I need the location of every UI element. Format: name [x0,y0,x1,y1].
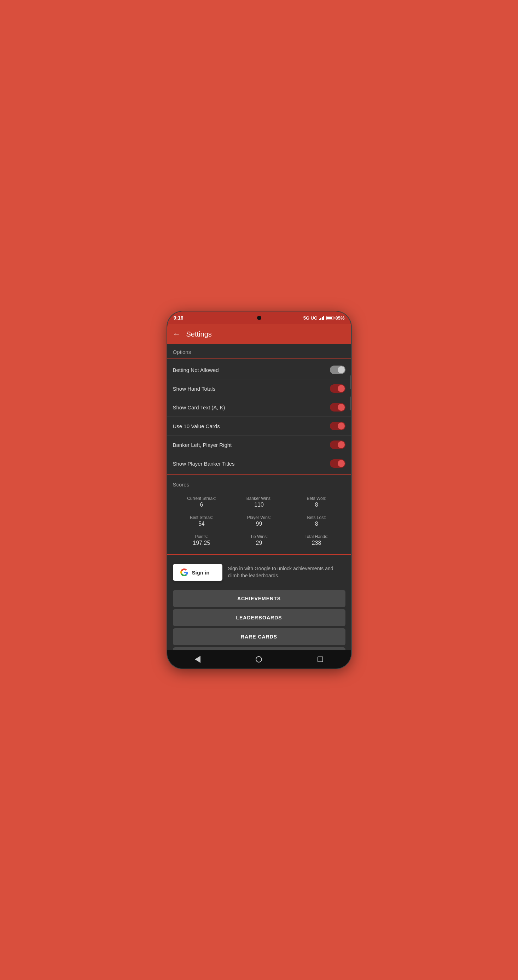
back-button[interactable]: ← [173,329,181,339]
volume-down-button[interactable] [351,396,351,410]
nav-recents-button[interactable] [314,653,326,665]
google-signin-button[interactable]: Sign in [173,564,222,581]
nav-back-button[interactable] [192,653,204,665]
score-bets-won: Bets Won: 8 [288,493,346,512]
bottom-nav [167,650,351,668]
signin-button-text: Sign in [192,570,210,576]
scroll-content[interactable]: Options Betting Not Allowed Show Hand To… [167,344,351,650]
score-value-bets-lost: 8 [289,521,344,527]
scores-bottom-divider [167,554,351,555]
score-total-hands: Total Hands: 238 [288,531,346,550]
score-value-total-hands: 238 [289,540,344,546]
camera-notch [257,316,261,320]
score-value-points: 197.25 [174,540,229,546]
option-label-hand-totals: Show Hand Totals [173,386,216,392]
scores-top-divider [167,474,351,475]
toggle-show-titles[interactable] [330,459,346,468]
app-bar: ← Settings [167,324,351,344]
option-row-card-text: Show Card Text (A, K) [167,398,351,417]
leaderboards-button[interactable]: LEADERBOARDS [173,609,346,626]
score-banker-wins: Banker Wins: 110 [230,493,288,512]
score-value-best-streak: 54 [174,521,229,527]
scores-section-header: Scores [167,477,351,490]
score-value-current-streak: 6 [174,502,229,508]
option-label-show-titles: Show Player Banker Titles [173,461,235,467]
option-row-10-value: Use 10 Value Cards [167,417,351,436]
score-label-points: Points: [174,534,229,539]
toggle-banker-left[interactable] [330,441,346,449]
phone-screen: 9:16 5G UC 85% ← Settings [167,312,351,668]
options-section-header: Options [167,344,351,357]
score-label-tie-wins: Tie Wins: [232,534,286,539]
score-points: Points: 197.25 [173,531,231,550]
score-label-bets-won: Bets Won: [289,496,344,501]
toggle-betting[interactable] [330,366,346,374]
page-title: Settings [186,330,212,338]
phone-device: 9:16 5G UC 85% ← Settings [167,312,351,668]
practice-commission-button[interactable]: PRACTICE COMMISSION [173,648,346,650]
option-row-show-titles: Show Player Banker Titles [167,454,351,473]
battery-icon [326,316,333,320]
status-indicators: 5G UC 85% [303,315,345,321]
scores-grid: Current Streak: 6 Banker Wins: 110 Bets … [167,490,351,552]
battery-label: 85% [335,315,344,321]
option-row-betting: Betting Not Allowed [167,361,351,379]
score-best-streak: Best Streak: 54 [173,512,231,531]
score-label-current-streak: Current Streak: [174,496,229,501]
volume-up-button[interactable] [351,375,351,389]
score-label-best-streak: Best Streak: [174,515,229,520]
status-bar: 9:16 5G UC 85% [167,312,351,324]
achievements-button[interactable]: ACHIEVEMENTS [173,590,346,607]
home-nav-icon [256,656,262,662]
score-current-streak: Current Streak: 6 [173,493,231,512]
option-label-card-text: Show Card Text (A, K) [173,404,225,410]
status-time: 9:16 [174,315,183,321]
score-bets-lost: Bets Lost: 8 [288,512,346,531]
option-row-hand-totals: Show Hand Totals [167,379,351,398]
toggle-10-value[interactable] [330,422,346,430]
option-label-betting: Betting Not Allowed [173,367,219,373]
signin-section: Sign in Sign in with Google to unlock ac… [167,558,351,587]
options-divider [167,358,351,359]
score-value-player-wins: 99 [232,521,286,527]
recents-nav-icon [317,657,323,662]
score-tie-wins: Tie Wins: 29 [230,531,288,550]
score-value-bets-won: 8 [289,502,344,508]
score-value-tie-wins: 29 [232,540,286,546]
signin-description: Sign in with Google to unlock achievemen… [228,565,346,579]
option-label-10-value: Use 10 Value Cards [173,423,220,429]
score-label-total-hands: Total Hands: [289,534,344,539]
network-label: 5G UC [303,315,317,321]
toggle-hand-totals[interactable] [330,384,346,393]
score-player-wins: Player Wins: 99 [230,512,288,531]
back-nav-icon [195,656,201,663]
score-label-banker-wins: Banker Wins: [232,496,286,501]
score-value-banker-wins: 110 [232,502,286,508]
toggle-card-text[interactable] [330,403,346,412]
google-g-icon [180,568,188,577]
signal-icon [319,316,325,320]
rare-cards-button[interactable]: RARE CARDS [173,628,346,645]
option-row-banker-left: Banker Left, Player Right [167,436,351,454]
nav-home-button[interactable] [253,653,265,665]
score-label-bets-lost: Bets Lost: [289,515,344,520]
option-label-banker-left: Banker Left, Player Right [173,442,232,448]
score-label-player-wins: Player Wins: [232,515,286,520]
